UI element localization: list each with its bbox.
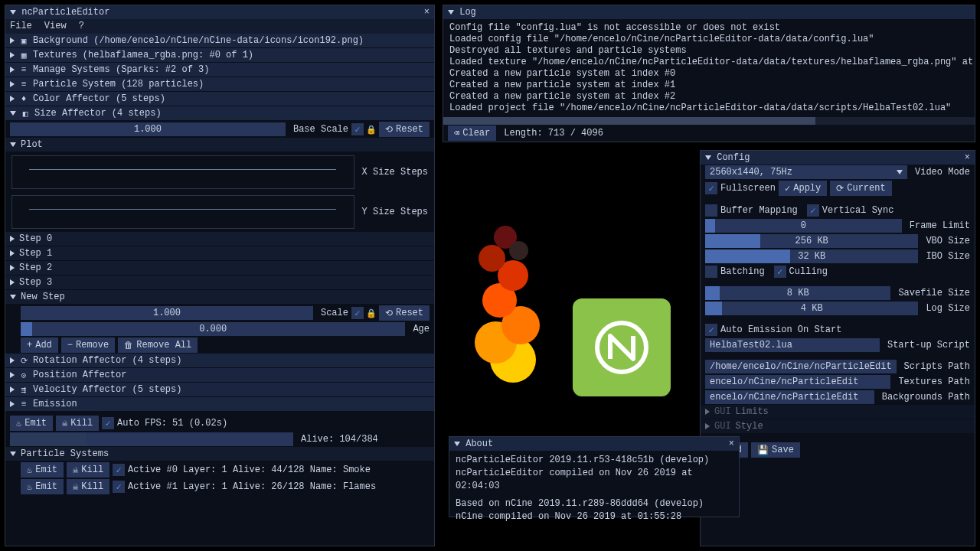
about-titlebar[interactable]: About ×: [449, 437, 739, 451]
menu-view[interactable]: View: [44, 21, 67, 32]
section-emission[interactable]: ≡Emission: [5, 397, 434, 412]
minus-icon: −: [67, 340, 73, 350]
age-slider[interactable]: 0.000: [21, 322, 405, 336]
log-length-label: Length: 713 / 4096: [504, 128, 603, 139]
scale-reset-button[interactable]: ⟲Reset: [379, 305, 430, 321]
editor-titlebar[interactable]: ncParticleEditor ×: [5, 5, 434, 19]
add-button[interactable]: +Add: [21, 337, 58, 353]
buffer-mapping-checkbox[interactable]: [705, 204, 717, 217]
current-button[interactable]: ⟳Current: [830, 181, 891, 196]
x-size-plot: [11, 155, 354, 189]
auto-fps-label: Auto FPS: 51 (0.02s): [117, 418, 227, 429]
kill-button[interactable]: ☠Kill: [56, 416, 99, 431]
new-step-header[interactable]: New Step: [5, 290, 434, 305]
log-size-slider[interactable]: 4 KB: [705, 302, 918, 315]
list-icon: ≡: [19, 399, 28, 409]
base-scale-lock-checkbox[interactable]: [351, 123, 364, 135]
config-titlebar[interactable]: Config ×: [701, 151, 975, 165]
gui-limits-row[interactable]: GUI Limits: [701, 405, 975, 419]
vsync-checkbox[interactable]: [807, 204, 819, 217]
section-background[interactable]: ▣Background (/home/encelo/nCine/nCine-da…: [5, 34, 434, 48]
size-icon: ◧: [21, 109, 30, 118]
skull-icon: ☠: [73, 465, 78, 476]
base-scale-reset-button[interactable]: ⟲Reset: [379, 122, 430, 137]
close-icon[interactable]: ×: [424, 7, 430, 18]
section-color-affector[interactable]: ♦Color Affector (5 steps): [5, 92, 434, 106]
clear-log-button[interactable]: ⌫Clear: [448, 126, 496, 141]
ibo-size-slider[interactable]: 32 KB: [705, 249, 918, 263]
particle-preview: [459, 214, 574, 406]
speed-icon: ⇶: [19, 385, 28, 394]
step-3[interactable]: Step 3: [5, 276, 434, 290]
startup-script-input[interactable]: [705, 338, 880, 352]
section-position-affector[interactable]: ⊙Position Affector: [5, 368, 434, 383]
textures-path-input[interactable]: [705, 375, 890, 389]
system-kill-button[interactable]: ☠Kill: [67, 479, 109, 494]
save-icon: 💾: [757, 445, 769, 456]
system-emit-button[interactable]: ♨Emit: [21, 462, 64, 478]
fire-icon: ♨: [16, 418, 21, 429]
menubar: File View ?: [5, 19, 434, 34]
auto-fps-checkbox[interactable]: [102, 417, 114, 429]
section-rotation-affector[interactable]: ⟳Rotation Affector (4 steps): [5, 354, 434, 368]
image-icon: ▣: [19, 36, 28, 45]
about-panel: About × ncParticleEditor 2019.11.r53-418…: [449, 436, 740, 517]
system-active-checkbox[interactable]: [113, 464, 125, 476]
savefile-slider[interactable]: 8 KB: [705, 286, 890, 300]
culling-checkbox[interactable]: [774, 266, 786, 278]
step-1[interactable]: Step 1: [5, 246, 434, 261]
save-button[interactable]: 💾Save: [751, 442, 800, 458]
plus-icon: +: [27, 340, 32, 350]
fullscreen-checkbox[interactable]: [705, 182, 717, 194]
section-size-affector[interactable]: ◧Size Affector (4 steps): [5, 106, 434, 121]
list-icon: ≡: [19, 65, 28, 74]
video-mode-dropdown[interactable]: 2560x1440, 75Hz: [705, 165, 907, 179]
fire-icon: ♨: [27, 465, 32, 476]
particle-systems-header[interactable]: Particle Systems: [5, 447, 434, 461]
system-kill-button[interactable]: ☠Kill: [67, 462, 109, 478]
base-scale-input[interactable]: [10, 122, 286, 136]
list-icon: ≡: [19, 80, 28, 89]
apply-button[interactable]: ✓Apply: [779, 181, 827, 196]
log-panel: Log Config file "config.lua" is not acce…: [443, 5, 975, 142]
trash-icon: 🗑: [124, 340, 133, 351]
menu-help[interactable]: ?: [79, 21, 84, 32]
section-velocity-affector[interactable]: ⇶Velocity Affector (5 steps): [5, 383, 434, 397]
remove-button[interactable]: −Remove: [61, 337, 115, 353]
about-line: nCine compiled on Nov 26 2019 at 01:55:2…: [456, 510, 733, 523]
log-titlebar[interactable]: Log: [443, 5, 975, 19]
log-scrollbar[interactable]: [443, 117, 975, 125]
step-2[interactable]: Step 2: [5, 261, 434, 276]
system-active-checkbox[interactable]: [113, 481, 125, 493]
base-scale-label: Base Scale: [293, 124, 348, 135]
section-manage-systems[interactable]: ≡Manage Systems (Sparks: #2 of 3): [5, 63, 434, 77]
batching-checkbox[interactable]: [705, 266, 717, 278]
chevron-down-icon: [897, 170, 903, 174]
backspace-icon: ⌫: [454, 128, 459, 139]
scripts-path-input[interactable]: [705, 360, 897, 373]
close-icon[interactable]: ×: [965, 152, 970, 163]
skull-icon: ☠: [73, 481, 78, 493]
step-0[interactable]: Step 0: [5, 232, 434, 246]
emit-button[interactable]: ♨Emit: [10, 416, 53, 431]
menu-file[interactable]: File: [10, 21, 32, 32]
editor-panel: ncParticleEditor × File View ? ▣Backgrou…: [5, 5, 435, 546]
skull-icon: ☠: [62, 418, 67, 429]
ncine-logo: [573, 298, 671, 396]
new-step-scale-input[interactable]: [21, 306, 313, 320]
section-particle-system[interactable]: ≡Particle System (128 particles): [5, 77, 434, 92]
auto-emission-checkbox[interactable]: [705, 324, 717, 336]
plot-header[interactable]: Plot: [5, 138, 434, 152]
vbo-size-slider[interactable]: 256 KB: [705, 234, 918, 248]
close-icon[interactable]: ×: [729, 439, 734, 449]
backgrounds-path-input[interactable]: [705, 390, 874, 404]
log-text: Config file "config.lua" is not accessib…: [443, 19, 975, 117]
scale-lock-checkbox[interactable]: [351, 307, 364, 319]
system-emit-button[interactable]: ♨Emit: [21, 479, 64, 494]
section-textures[interactable]: ▦Textures (helbaflamea_rgba.png: #0 of 1…: [5, 48, 434, 63]
frame-limit-slider[interactable]: 0: [705, 219, 902, 233]
check-icon: ✓: [785, 183, 790, 194]
remove-all-button[interactable]: 🗑Remove All: [118, 337, 198, 353]
refresh-icon: ⟳: [836, 183, 844, 194]
gui-style-row[interactable]: GUI Style: [701, 419, 975, 434]
